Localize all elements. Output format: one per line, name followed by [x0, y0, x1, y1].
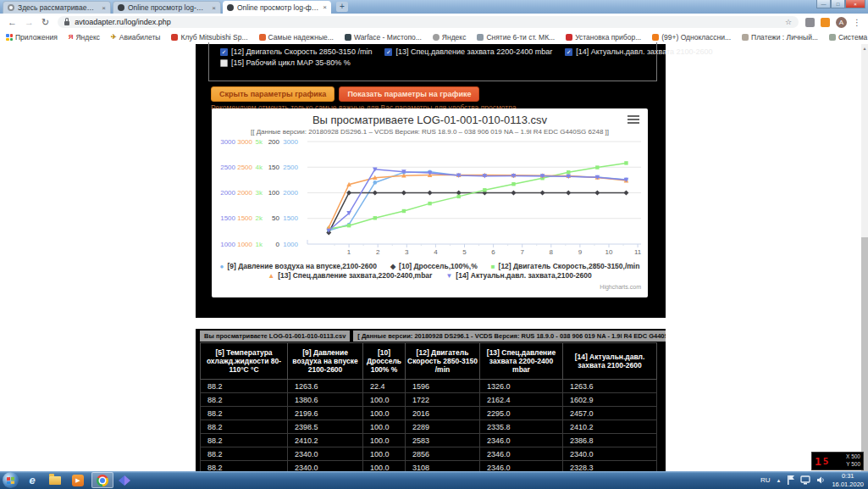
start-button[interactable]: [3, 472, 19, 488]
bookmark-item[interactable]: Снятие 6-ти ст. МК...: [477, 33, 555, 42]
taskbar-clock[interactable]: 0:31 16.01.2020: [832, 472, 864, 489]
browser-tab[interactable]: Online просмотр log-файлов и×: [113, 1, 221, 14]
series-marker[interactable]: [347, 224, 351, 227]
series-marker[interactable]: [595, 165, 599, 169]
legend-item[interactable]: ▼[14] Актуальн.давл. захвата,2100-2600: [445, 271, 591, 280]
series-marker[interactable]: [402, 209, 406, 213]
series-marker[interactable]: [456, 191, 462, 196]
parameter-checkbox[interactable]: ✓[13] Спец.давление захвата 2200-2400 mb…: [384, 47, 552, 56]
profile-avatar[interactable]: А: [836, 17, 847, 28]
table-cell: 2289: [406, 420, 480, 434]
new-tab-button[interactable]: +: [336, 2, 348, 12]
checkbox-checked-icon[interactable]: ✓: [220, 48, 228, 56]
series-marker[interactable]: [456, 195, 460, 198]
bookmark-item[interactable]: Яндекс: [433, 33, 467, 42]
checkbox-checked-icon[interactable]: ✓: [384, 48, 392, 56]
close-button[interactable]: ×: [845, 0, 865, 8]
hidden-icons-arrow[interactable]: ▲: [777, 478, 782, 483]
language-indicator[interactable]: RU: [760, 476, 771, 484]
extension-icon[interactable]: [821, 18, 830, 27]
browser-menu-icon[interactable]: ⋮: [853, 18, 861, 27]
series-line[interactable]: [329, 172, 626, 231]
bookmark-star-icon[interactable]: ☆: [785, 18, 792, 26]
y-axis-tick-label-throttle: 50: [272, 214, 279, 222]
overlay-xy-values: X 500 Y 500: [846, 453, 860, 469]
page-scrollbar[interactable]: ▲: [861, 44, 868, 471]
show-parameters-button[interactable]: Показать параметры на графике: [339, 86, 479, 102]
chart-credits[interactable]: Highcharts.com: [600, 284, 641, 290]
legend-item[interactable]: ▲[13] Спец.давление захвата,2200-2400,mb…: [268, 271, 432, 280]
chrome-taskbar-active[interactable]: [91, 472, 113, 488]
series-marker[interactable]: [624, 161, 628, 164]
back-icon[interactable]: ←: [8, 17, 17, 27]
action-center-flag-icon[interactable]: [787, 475, 794, 485]
internet-explorer-icon[interactable]: e: [23, 472, 41, 488]
bookmark-item[interactable]: Установка прибор...: [566, 33, 641, 42]
network-display-icon[interactable]: [800, 475, 810, 485]
legend-item[interactable]: ◆[10] Дроссель,100%,%: [390, 262, 478, 270]
extension-icon[interactable]: [805, 18, 815, 27]
parameter-checkbox[interactable]: [15] Рабочий цикл MAP 35-80% %: [220, 58, 351, 67]
bookmark-label: Система "Интерне...: [838, 33, 868, 42]
bookmark-item[interactable]: ✈Авиабилеты: [111, 33, 160, 42]
y-axis-tick-label-throttle: 150: [268, 164, 280, 171]
y-axis-tick-label-rpm: 5k: [256, 138, 263, 146]
scrollbar-thumb[interactable]: [861, 237, 868, 471]
bookmark-item[interactable]: Система "Интерне...: [829, 33, 868, 42]
hide-parameters-button[interactable]: Скрыть параметры графика: [211, 86, 334, 102]
tab-close-icon[interactable]: ×: [323, 3, 327, 11]
scroll-up-icon[interactable]: ▲: [861, 44, 868, 53]
series-line[interactable]: [329, 193, 626, 233]
series-marker[interactable]: [428, 191, 433, 196]
series-marker[interactable]: [373, 216, 377, 219]
series-marker[interactable]: [401, 191, 406, 196]
series-marker[interactable]: [511, 191, 516, 196]
series-marker[interactable]: [511, 182, 515, 186]
media-player-icon[interactable]: ▶: [69, 472, 87, 488]
series-marker[interactable]: [540, 191, 545, 196]
y-axis-tick-label-rpm: 4k: [256, 164, 263, 171]
legend-row: ▲[13] Спец.давление захвата,2200-2400,mb…: [268, 271, 591, 280]
forward-icon[interactable]: →: [25, 17, 34, 27]
bookmark-item[interactable]: Самые надежные...: [259, 33, 334, 42]
bookmark-item[interactable]: Warface - Мистопо...: [345, 33, 422, 42]
parameter-checkbox[interactable]: ✓[14] Актуальн.давл. захвата 2100-2600: [565, 47, 712, 56]
table-cell: 1596: [406, 380, 480, 393]
table-cell: 88.2: [201, 434, 288, 447]
speaker-icon[interactable]: [816, 475, 826, 485]
series-marker[interactable]: [373, 191, 378, 196]
bookmark-item[interactable]: Платежи : Личный...: [742, 33, 818, 42]
series-marker[interactable]: [373, 181, 377, 185]
series-marker[interactable]: [566, 191, 571, 196]
maximize-button[interactable]: □: [831, 0, 845, 8]
tab-close-icon[interactable]: ×: [102, 4, 106, 12]
tab-close-icon[interactable]: ×: [212, 4, 216, 12]
legend-item[interactable]: ●[9] Давление воздуха на впуске,2100-260…: [220, 262, 377, 270]
bookmark-item[interactable]: Приложения: [6, 33, 58, 42]
minimize-button[interactable]: —: [816, 0, 831, 8]
series-marker[interactable]: [594, 191, 600, 196]
x-axis-tick-label: 7: [520, 248, 524, 256]
table-cell: 88.2: [201, 380, 288, 393]
series-marker[interactable]: [346, 191, 351, 196]
checkbox-checked-icon[interactable]: ✓: [565, 48, 572, 56]
browser-tab[interactable]: Online просмотр log-файлов и×: [223, 1, 331, 14]
reload-icon[interactable]: ↻: [41, 17, 49, 28]
legend-item[interactable]: ■[12] Двигатель Скорость,2850-3150,/min: [491, 262, 640, 270]
bookmark-item[interactable]: (99+) Одноклассни...: [652, 33, 731, 42]
bookmark-item[interactable]: Клуб Mitsubishi Sp...: [171, 33, 247, 42]
address-bar[interactable]: avtoadapter.ru/log/index.php ☆: [58, 16, 799, 28]
chart-menu-icon[interactable]: [628, 115, 639, 125]
kmplayer-icon[interactable]: [118, 472, 136, 488]
table-row: 88.21380.6100.017222162.41602.9: [201, 393, 657, 407]
parameter-checkbox[interactable]: ✓[12] Двигатель Скорость 2850-3150 /min: [220, 47, 372, 56]
series-marker[interactable]: [428, 202, 431, 205]
overlay-digit: 1: [815, 455, 821, 468]
series-marker[interactable]: [623, 191, 628, 196]
checkbox-unchecked-icon[interactable]: [220, 59, 228, 67]
page: ✓[12] Двигатель Скорость 2850-3150 /min✓…: [0, 44, 861, 471]
browser-tab[interactable]: Здесь рассматриваем логи. - С×: [3, 1, 111, 14]
explorer-folder-icon[interactable]: [46, 472, 64, 488]
series-marker[interactable]: [483, 188, 486, 192]
bookmark-item[interactable]: ЯЯндекс: [69, 33, 100, 42]
